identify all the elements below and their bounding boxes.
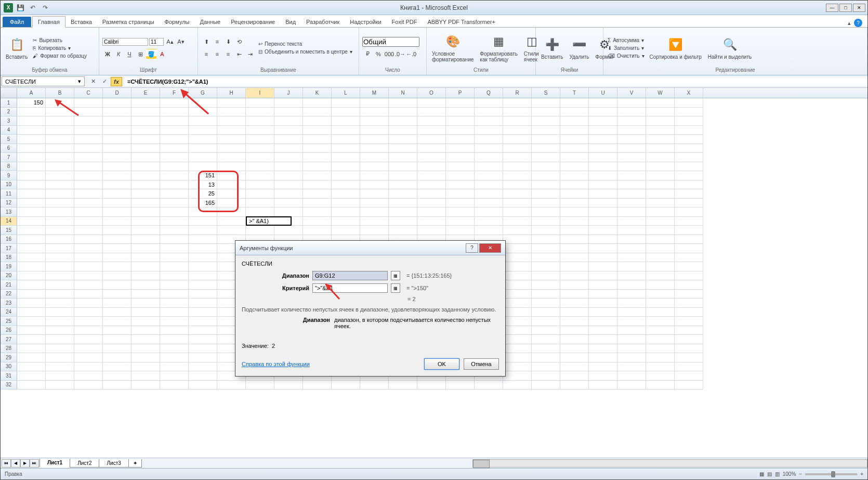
cell[interactable] <box>675 290 703 299</box>
cell[interactable] <box>217 162 246 172</box>
cell[interactable] <box>532 108 560 117</box>
cell[interactable] <box>503 116 532 126</box>
cell[interactable] <box>103 290 131 299</box>
cell[interactable] <box>160 371 189 381</box>
cell[interactable] <box>532 362 560 372</box>
cell[interactable] <box>532 326 560 335</box>
cell[interactable] <box>189 335 217 344</box>
cell[interactable] <box>303 153 332 162</box>
cell[interactable] <box>617 326 646 335</box>
cell[interactable] <box>17 180 46 190</box>
cell[interactable] <box>360 144 389 153</box>
cell[interactable] <box>532 199 560 208</box>
row-header[interactable]: 14 <box>1 217 17 226</box>
cell[interactable] <box>360 162 389 172</box>
cell[interactable] <box>74 235 103 244</box>
cell[interactable] <box>46 344 74 354</box>
cell[interactable] <box>532 135 560 144</box>
cell[interactable] <box>189 226 217 235</box>
cell[interactable] <box>503 290 532 299</box>
cell[interactable] <box>103 98 131 108</box>
row-header[interactable]: 25 <box>1 317 17 326</box>
select-all-corner[interactable] <box>1 88 17 98</box>
cell[interactable] <box>160 98 189 108</box>
cell[interactable] <box>160 235 189 244</box>
cell[interactable] <box>17 244 46 253</box>
cell[interactable] <box>274 153 303 162</box>
row-header[interactable]: 1 <box>1 98 17 108</box>
cell[interactable] <box>446 108 475 117</box>
cell[interactable] <box>503 144 532 153</box>
cell[interactable] <box>189 126 217 135</box>
cell[interactable] <box>46 226 74 235</box>
cell[interactable] <box>646 381 675 390</box>
cell[interactable] <box>560 353 589 362</box>
cell[interactable] <box>589 371 617 381</box>
cell[interactable] <box>217 199 246 208</box>
cell[interactable] <box>646 308 675 317</box>
cell[interactable] <box>74 162 103 172</box>
cell[interactable] <box>160 199 189 208</box>
cell[interactable] <box>160 253 189 263</box>
cell[interactable] <box>503 335 532 344</box>
cell[interactable] <box>217 217 246 226</box>
cell[interactable] <box>131 116 160 126</box>
cell[interactable] <box>675 371 703 381</box>
dialog-close-button[interactable]: ✕ <box>479 243 501 253</box>
cell[interactable] <box>103 317 131 326</box>
row-header[interactable]: 13 <box>1 207 17 217</box>
cell[interactable] <box>160 280 189 290</box>
horizontal-scrollbar[interactable] <box>472 459 867 468</box>
cell[interactable] <box>389 153 417 162</box>
prev-sheet-button[interactable]: ◀ <box>11 459 20 468</box>
cell[interactable] <box>503 108 532 117</box>
cell[interactable] <box>103 171 131 180</box>
cell[interactable] <box>46 244 74 253</box>
cell[interactable] <box>617 108 646 117</box>
cell[interactable] <box>103 299 131 308</box>
cell[interactable] <box>360 199 389 208</box>
cell[interactable] <box>46 362 74 372</box>
redo-icon[interactable]: ↷ <box>40 3 50 13</box>
cell[interactable] <box>560 171 589 180</box>
cell[interactable] <box>103 180 131 190</box>
cancel-button[interactable]: Отмена <box>464 358 499 370</box>
tab-foxit[interactable]: Foxit PDF <box>387 17 423 27</box>
cell[interactable] <box>303 98 332 108</box>
cell[interactable] <box>560 262 589 271</box>
row-header[interactable]: 29 <box>1 353 17 362</box>
cell[interactable] <box>74 189 103 199</box>
cell[interactable] <box>332 226 360 235</box>
cell[interactable] <box>46 217 74 226</box>
cell[interactable] <box>503 326 532 335</box>
cell[interactable] <box>475 144 503 153</box>
cell[interactable] <box>646 244 675 253</box>
number-format-select[interactable] <box>362 37 419 47</box>
indent-dec-button[interactable]: ⇤ <box>234 49 244 59</box>
cell[interactable] <box>74 98 103 108</box>
cell[interactable] <box>646 326 675 335</box>
cell[interactable] <box>389 207 417 217</box>
cell[interactable] <box>131 153 160 162</box>
cell[interactable] <box>389 226 417 235</box>
cell[interactable] <box>560 290 589 299</box>
cell[interactable] <box>589 135 617 144</box>
cell[interactable] <box>217 381 246 390</box>
cell[interactable] <box>217 180 246 190</box>
cell[interactable] <box>560 226 589 235</box>
cell[interactable] <box>103 199 131 208</box>
tab-formulas[interactable]: Формулы <box>160 17 195 27</box>
cell[interactable] <box>17 353 46 362</box>
cell[interactable] <box>17 381 46 390</box>
close-button[interactable]: ✕ <box>853 4 865 12</box>
cell[interactable] <box>617 180 646 190</box>
cell[interactable] <box>503 262 532 271</box>
cell[interactable] <box>274 108 303 117</box>
sheet-tab-3[interactable]: Лист3 <box>99 459 128 468</box>
cell[interactable] <box>617 199 646 208</box>
tab-view[interactable]: Вид <box>280 17 301 27</box>
cell[interactable] <box>46 153 74 162</box>
cell[interactable] <box>675 180 703 190</box>
cell[interactable] <box>189 162 217 172</box>
tab-insert[interactable]: Вставка <box>65 17 97 27</box>
